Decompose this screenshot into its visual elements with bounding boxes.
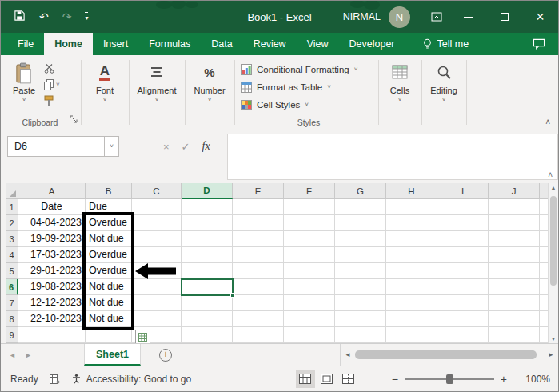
name-box[interactable]: D6 [7,136,105,157]
cell[interactable] [233,327,284,343]
cell[interactable] [233,215,284,231]
cell[interactable] [284,279,335,295]
cell[interactable] [233,263,284,279]
column-header-c[interactable]: C [132,183,182,199]
formula-input[interactable] [227,134,558,180]
zoom-slider[interactable] [405,374,494,385]
avatar[interactable]: N [389,6,410,28]
cell[interactable] [489,231,540,247]
cell[interactable] [182,231,233,247]
row-number[interactable]: 6 [6,279,18,295]
cell[interactable] [437,263,489,279]
macro-record-icon[interactable] [50,374,60,384]
comments-icon[interactable] [520,33,558,55]
row-number[interactable]: 1 [6,199,18,215]
new-sheet-button[interactable]: + [159,349,172,362]
row-number[interactable]: 2 [6,215,18,231]
cell-a5[interactable]: 29-01-2023 [18,263,86,279]
cell[interactable] [132,231,182,247]
cell[interactable] [284,295,335,311]
cell[interactable] [386,215,437,231]
tab-insert[interactable]: Insert [93,33,138,55]
horizontal-scrollbar-thumb[interactable] [355,350,537,359]
select-all-corner[interactable] [6,183,18,199]
cell[interactable] [489,311,540,327]
clipboard-dialog-launcher-icon[interactable] [70,112,78,126]
cell[interactable] [386,199,437,215]
cell[interactable] [284,231,335,247]
cell-a6[interactable]: 19-08-2023 [18,279,86,295]
font-group-button[interactable]: A Font ˅ [82,61,127,103]
column-header-h[interactable]: H [386,183,437,199]
cell[interactable] [182,199,233,215]
cell[interactable] [437,311,489,327]
cell[interactable] [437,279,489,295]
cell[interactable] [182,327,233,343]
sheet-tab-sheet1[interactable]: Sheet1 [84,344,141,366]
editing-group-button[interactable]: Editing ˅ [423,61,465,103]
fill-handle[interactable] [230,293,235,298]
cell[interactable] [489,327,540,343]
cell[interactable] [233,199,284,215]
scroll-up-icon[interactable]: ▲ [549,185,558,190]
previous-sheet-icon[interactable]: ◄ [9,344,16,366]
cut-button[interactable] [44,62,60,74]
cell[interactable] [335,231,386,247]
insert-function-button[interactable]: fx [202,140,210,153]
cell-a8[interactable]: 22-10-2023 [18,311,86,327]
column-header-j[interactable]: J [489,183,540,199]
cell[interactable] [386,231,437,247]
alignment-group-button[interactable]: Alignment ˅ [130,61,183,103]
conditional-formatting-button[interactable]: Conditional Formatting ˅ [241,61,377,78]
column-header-e[interactable]: E [233,183,284,199]
tab-home[interactable]: Home [44,33,93,55]
column-header-d[interactable]: D [182,183,233,199]
format-painter-button[interactable] [44,94,60,106]
cell[interactable] [386,295,437,311]
next-sheet-icon[interactable]: ► [25,344,32,366]
tab-review[interactable]: Review [243,33,297,55]
cell[interactable] [233,311,284,327]
scroll-left-icon[interactable]: ◄ [341,351,355,358]
cell-styles-button[interactable]: Cell Styles ˅ [241,96,377,114]
ribbon-display-options-icon[interactable] [423,1,450,33]
row-number[interactable]: 5 [6,263,18,279]
cell[interactable] [284,199,335,215]
tell-me-box[interactable]: Tell me [413,33,479,55]
cell-a1[interactable]: Date [18,199,86,215]
cell[interactable] [132,311,182,327]
cell[interactable] [437,215,489,231]
column-header-a[interactable]: A [18,183,86,199]
cell[interactable] [335,327,386,343]
cell-a2[interactable]: 04-04-2023 [18,215,86,231]
cell[interactable] [335,199,386,215]
selected-cell-outline[interactable] [181,278,234,296]
cell[interactable] [284,311,335,327]
cell[interactable] [386,263,437,279]
zoom-slider-thumb[interactable] [446,374,453,384]
cell[interactable] [489,199,540,215]
cell[interactable] [182,247,233,263]
cell[interactable] [386,247,437,263]
cell[interactable] [233,231,284,247]
cell[interactable] [233,279,284,295]
maximize-button[interactable] [486,1,522,33]
cell[interactable] [437,199,489,215]
collapse-ribbon-icon[interactable]: ˄ [545,118,550,126]
name-box-dropdown-icon[interactable]: ˅ [105,136,119,157]
row-number[interactable]: 3 [6,231,18,247]
cell[interactable] [386,311,437,327]
cell[interactable] [132,215,182,231]
cell[interactable] [335,295,386,311]
collapse-formula-bar-icon[interactable]: ˄ [548,170,553,179]
column-header-b[interactable]: B [86,183,132,199]
tab-developer[interactable]: Developer [339,33,405,55]
cell[interactable] [284,247,335,263]
cell[interactable] [233,295,284,311]
cell-a9[interactable] [18,327,86,343]
zoom-level[interactable]: 100% [518,374,550,385]
tab-file[interactable]: File [7,33,44,55]
accessibility-status[interactable]: Accessibility: Good to go [71,374,191,385]
cell[interactable] [335,279,386,295]
enter-check-icon[interactable]: ✓ [182,141,190,153]
